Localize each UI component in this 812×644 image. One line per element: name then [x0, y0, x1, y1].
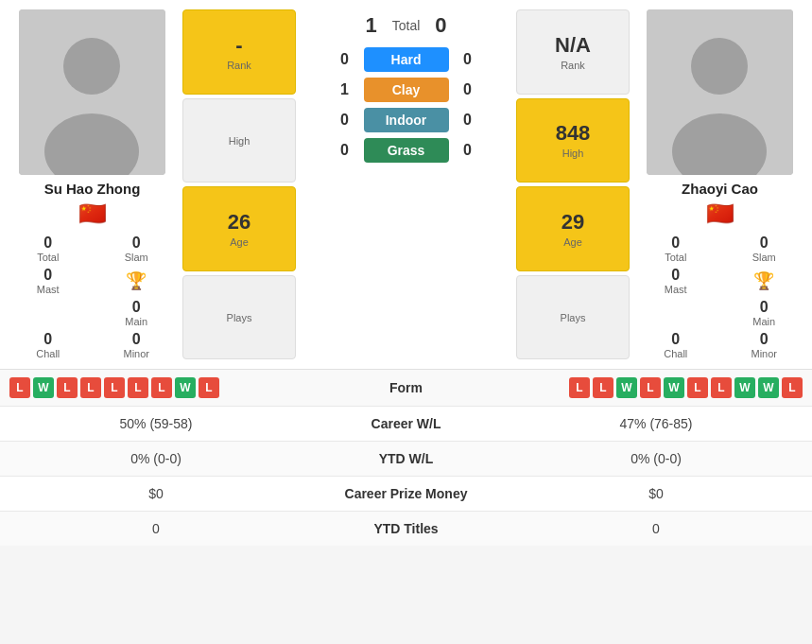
form-badge-w: W	[33, 377, 54, 398]
form-badge-l: L	[569, 377, 590, 398]
form-badge-w: W	[734, 377, 755, 398]
clay-p2: 0	[458, 81, 477, 98]
clay-btn: Clay	[364, 78, 449, 102]
player1-ytd-wl: 0% (0-0)	[9, 451, 302, 466]
player2-name: Zhaoyi Cao	[682, 181, 758, 197]
ytd-titles-row: 0 YTD Titles 0	[0, 511, 812, 546]
player1-main-stat: 0 Main	[98, 299, 176, 327]
player2-form: LLWLWLLWWL	[510, 377, 803, 398]
player2-slam-stat: 0 Slam	[726, 235, 803, 263]
indoor-p2: 0	[458, 112, 477, 129]
svg-point-1	[63, 38, 120, 95]
player2-rank-box: N/A Rank	[516, 9, 630, 95]
career-prize-label: Career Prize Money	[302, 486, 510, 501]
clay-p1: 1	[336, 81, 354, 98]
player1-slam-stat: 0 Slam	[98, 235, 176, 263]
player2-age-box: 29 Age	[516, 186, 630, 271]
player1-total-stat: 0 Total	[9, 235, 87, 263]
player2-mast-stat: 0 Mast	[637, 267, 715, 295]
player2-total-stat: 0 Total	[637, 235, 715, 263]
player2-trophy: 🏆	[726, 267, 803, 295]
player2-high-box: 848 High	[516, 98, 630, 183]
player1-high-box: High	[182, 98, 296, 183]
form-badge-l: L	[640, 377, 661, 398]
grass-btn: Grass	[364, 138, 449, 163]
form-badge-l: L	[199, 377, 219, 398]
hard-p1: 0	[336, 51, 354, 68]
hard-row: 0 Hard 0	[303, 47, 509, 72]
player2-rank-panel: N/A Rank 848 High 29 Age Plays	[516, 9, 630, 359]
player1-avatar	[19, 9, 165, 175]
player1-form: LWLLLLLWL	[9, 377, 302, 398]
player2-chall-stat: 0 Chall	[637, 331, 715, 359]
player2-career-wl: 47% (76-85)	[510, 416, 803, 431]
form-badge-w: W	[758, 377, 779, 398]
player2-ytd-wl: 0% (0-0)	[510, 451, 803, 466]
hard-p2: 0	[458, 51, 477, 68]
player2-minor-stat: 0 Minor	[726, 331, 803, 359]
total-p1: 1	[365, 13, 376, 38]
player1-age-box: 26 Age	[182, 186, 296, 271]
form-label: Form	[302, 380, 510, 395]
ytd-wl-row: 0% (0-0) YTD W/L 0% (0-0)	[0, 441, 812, 476]
career-prize-row: $0 Career Prize Money $0	[0, 476, 812, 511]
player2-ytd-titles: 0	[510, 521, 803, 536]
total-label: Total	[392, 18, 421, 33]
player1-career-prize: $0	[9, 486, 302, 501]
player2-flag: 🇨🇳	[706, 200, 734, 227]
indoor-row: 0 Indoor 0	[303, 108, 509, 132]
player1-card: Su Hao Zhong 🇨🇳 0 Total 0 Slam 0 Mast 🏆	[9, 9, 175, 359]
player1-chall-stat: 0 Chall	[9, 331, 87, 359]
form-section: LWLLLLLWL Form LLWLWLLWWL	[0, 369, 812, 406]
hard-btn: Hard	[364, 47, 449, 72]
ytd-wl-label: YTD W/L	[302, 451, 510, 466]
form-badge-l: L	[57, 377, 78, 398]
career-wl-row: 50% (59-58) Career W/L 47% (76-85)	[0, 406, 812, 441]
grass-row: 0 Grass 0	[303, 138, 509, 163]
form-badge-l: L	[9, 377, 30, 398]
form-badge-w: W	[175, 377, 196, 398]
form-badge-l: L	[687, 377, 708, 398]
player1-mast-stat: 0 Mast	[9, 267, 87, 295]
player2-avatar	[647, 9, 793, 175]
form-badge-w: W	[616, 377, 637, 398]
svg-point-4	[691, 38, 748, 95]
player2-plays-box: Plays	[516, 275, 630, 360]
ytd-titles-label: YTD Titles	[302, 521, 510, 536]
total-row: 1 Total 0	[365, 13, 446, 38]
player1-plays-box: Plays	[182, 275, 296, 360]
player2-card: Zhaoyi Cao 🇨🇳 0 Total 0 Slam 0 Mast 🏆	[637, 9, 803, 359]
form-badge-l: L	[711, 377, 732, 398]
player1-career-wl: 50% (59-58)	[9, 416, 302, 431]
form-badge-l: L	[593, 377, 613, 398]
player2-main-stat: 0 Main	[726, 299, 803, 327]
player1-minor-stat: 0 Minor	[98, 331, 176, 359]
player1-name: Su Hao Zhong	[44, 181, 141, 197]
player1-trophy: 🏆	[98, 267, 176, 295]
form-badge-l: L	[80, 377, 101, 398]
grass-p2: 0	[458, 142, 477, 159]
total-p2: 0	[435, 13, 446, 38]
player1-ytd-titles: 0	[9, 521, 302, 536]
player1-rank-panel: - Rank High 26 Age Plays	[182, 9, 296, 359]
player2-career-prize: $0	[510, 486, 803, 501]
form-badge-l: L	[128, 377, 148, 398]
form-badge-l: L	[104, 377, 125, 398]
indoor-btn: Indoor	[364, 108, 449, 132]
form-badge-l: L	[782, 377, 803, 398]
form-badge-l: L	[151, 377, 172, 398]
player1-rank-box: - Rank	[182, 9, 296, 95]
grass-p1: 0	[336, 142, 354, 159]
career-wl-label: Career W/L	[302, 416, 510, 431]
player1-flag: 🇨🇳	[78, 200, 107, 227]
center-stats: 1 Total 0 0 Hard 0 1 Clay 0 0 Indoor 0 0	[303, 9, 509, 359]
clay-row: 1 Clay 0	[303, 78, 509, 102]
form-badge-w: W	[664, 377, 684, 398]
indoor-p1: 0	[336, 112, 354, 129]
